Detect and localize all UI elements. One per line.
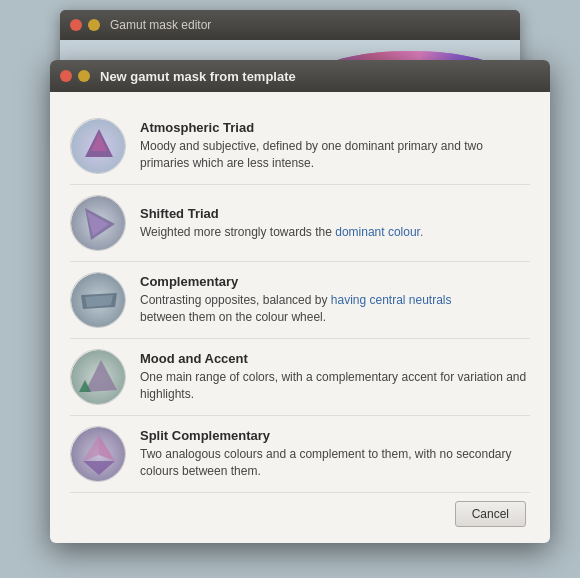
mood-accent-name: Mood and Accent	[140, 351, 530, 366]
atmospheric-triad-name: Atmospheric Triad	[140, 120, 530, 135]
template-item-shifted-triad[interactable]: Shifted Triad Weighted more strongly tow…	[70, 185, 530, 262]
template-item-split-complementary[interactable]: Split Complementary Two analogous colour…	[70, 416, 530, 493]
atmospheric-triad-desc: Moody and subjective, defined by one dom…	[140, 138, 530, 172]
complementary-link: having central neutrals	[331, 293, 452, 307]
cancel-button[interactable]: Cancel	[455, 501, 526, 527]
shifted-triad-text: Shifted Triad Weighted more strongly tow…	[140, 206, 530, 241]
dialog-title: New gamut mask from template	[100, 69, 296, 84]
minimize-icon[interactable]	[88, 19, 100, 31]
split-complementary-icon	[70, 426, 126, 482]
complementary-desc: Contrasting opposites, balanced by havin…	[140, 292, 530, 326]
bg-window-titlebar: Gamut mask editor	[60, 10, 520, 40]
mood-accent-desc: One main range of colors, with a complem…	[140, 369, 530, 403]
shifted-triad-link: dominant colour.	[335, 225, 423, 239]
new-gamut-mask-dialog: New gamut mask from template	[50, 60, 550, 543]
dialog-minimize-icon[interactable]	[78, 70, 90, 82]
shifted-triad-name: Shifted Triad	[140, 206, 530, 221]
shifted-triad-icon	[70, 195, 126, 251]
dialog-close-icon[interactable]	[60, 70, 72, 82]
atmospheric-triad-icon	[70, 118, 126, 174]
dialog-titlebar: New gamut mask from template	[50, 60, 550, 92]
dialog-body: Atmospheric Triad Moody and subjective, …	[50, 92, 550, 543]
dialog-footer: Cancel	[70, 493, 530, 531]
atmospheric-triad-text: Atmospheric Triad Moody and subjective, …	[140, 120, 530, 172]
mood-accent-text: Mood and Accent One main range of colors…	[140, 351, 530, 403]
shifted-triad-desc: Weighted more strongly towards the domin…	[140, 224, 530, 241]
complementary-text: Complementary Contrasting opposites, bal…	[140, 274, 530, 326]
split-complementary-name: Split Complementary	[140, 428, 530, 443]
template-item-mood-accent[interactable]: Mood and Accent One main range of colors…	[70, 339, 530, 416]
template-item-complementary[interactable]: Complementary Contrasting opposites, bal…	[70, 262, 530, 339]
bg-window-title: Gamut mask editor	[110, 18, 211, 32]
close-icon[interactable]	[70, 19, 82, 31]
complementary-name: Complementary	[140, 274, 530, 289]
mood-accent-icon	[70, 349, 126, 405]
split-complementary-text: Split Complementary Two analogous colour…	[140, 428, 530, 480]
template-item-atmospheric-triad[interactable]: Atmospheric Triad Moody and subjective, …	[70, 108, 530, 185]
split-complementary-desc: Two analogous colours and a complement t…	[140, 446, 530, 480]
complementary-icon	[70, 272, 126, 328]
